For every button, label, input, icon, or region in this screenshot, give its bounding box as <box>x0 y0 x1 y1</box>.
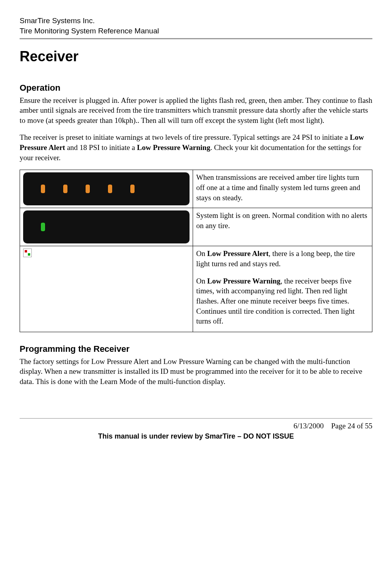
text-paragraph: On Low Pressure Warning, the receiver be… <box>196 276 369 326</box>
led-green-icon <box>40 222 46 232</box>
broken-image-icon <box>23 249 32 257</box>
receiver-states-table: When transmissions are received amber ti… <box>20 170 372 332</box>
operation-paragraph-1: Ensure the receiver is plugged in. After… <box>20 95 372 126</box>
bold-low-pressure-warning: Low Pressure Warning <box>207 277 281 285</box>
footer-rule <box>20 418 372 419</box>
header-rule <box>20 38 372 39</box>
receiver-device-icon <box>23 210 190 243</box>
footer-date-page: 6/13/2000 Page 24 of 55 <box>20 421 372 431</box>
programming-paragraph-1: The factory settings for Low Pressure Al… <box>20 357 372 387</box>
page-title: Receiver <box>20 47 372 66</box>
bold-low-pressure-warning: Low Pressure Warning <box>137 143 210 152</box>
device-image-green-led <box>20 208 193 246</box>
bold-low-pressure-alert: Low Pressure Alert <box>207 249 269 258</box>
operation-paragraph-2: The receiver is preset to initiate warni… <box>20 132 372 163</box>
led-amber-icon <box>63 184 68 194</box>
led-amber-icon <box>85 184 90 194</box>
led-amber-icon <box>108 184 113 194</box>
table-row: System light is on green. Normal conditi… <box>20 208 372 246</box>
page-header: SmarTire Systems Inc. Tire Monitoring Sy… <box>20 16 372 39</box>
text-fragment: and 18 PSI to initiate a <box>65 143 137 152</box>
table-row: On Low Pressure Alert, there is a long b… <box>20 246 372 332</box>
table-cell-description: When transmissions are received amber ti… <box>193 170 372 208</box>
led-amber-icon <box>130 184 135 194</box>
text-fragment: On <box>196 249 207 258</box>
device-image-missing <box>20 246 193 332</box>
receiver-device-icon <box>23 172 190 205</box>
text-fragment: On <box>196 277 207 285</box>
section-heading-programming: Programming the Receiver <box>20 343 372 355</box>
section-heading-operation: Operation <box>20 82 372 94</box>
led-amber-icon <box>40 184 46 194</box>
header-manual-title: Tire Monitoring System Reference Manual <box>20 26 372 36</box>
text-fragment: The receiver is preset to initiate warni… <box>20 133 350 141</box>
table-cell-description: System light is on green. Normal conditi… <box>193 208 372 246</box>
device-image-amber-leds <box>20 170 193 208</box>
text-paragraph: On Low Pressure Alert, there is a long b… <box>196 249 369 269</box>
table-cell-description: On Low Pressure Alert, there is a long b… <box>193 246 372 332</box>
footer-page: Page 24 of 55 <box>331 422 372 430</box>
header-company: SmarTire Systems Inc. <box>20 16 372 26</box>
footer-date: 6/13/2000 <box>294 422 324 430</box>
table-row: When transmissions are received amber ti… <box>20 170 372 208</box>
footer-review-notice: This manual is under review by SmarTire … <box>20 432 372 441</box>
